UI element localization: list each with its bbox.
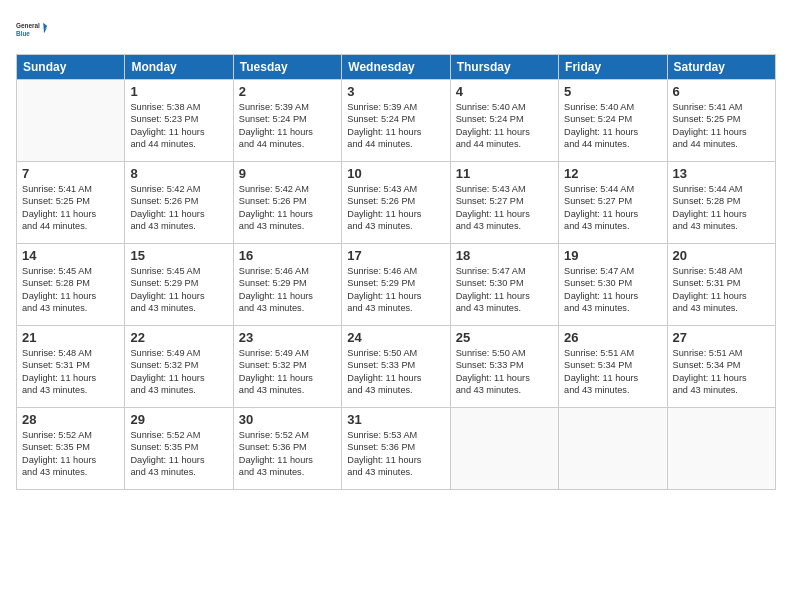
day-number: 28	[22, 412, 119, 427]
calendar-cell: 23Sunrise: 5:49 AM Sunset: 5:32 PM Dayli…	[233, 326, 341, 408]
day-number: 31	[347, 412, 444, 427]
calendar-cell: 28Sunrise: 5:52 AM Sunset: 5:35 PM Dayli…	[17, 408, 125, 490]
col-header-monday: Monday	[125, 55, 233, 80]
calendar-cell: 4Sunrise: 5:40 AM Sunset: 5:24 PM Daylig…	[450, 80, 558, 162]
day-number: 20	[673, 248, 770, 263]
cell-info: Sunrise: 5:47 AM Sunset: 5:30 PM Dayligh…	[456, 265, 553, 315]
cell-info: Sunrise: 5:51 AM Sunset: 5:34 PM Dayligh…	[673, 347, 770, 397]
day-number: 14	[22, 248, 119, 263]
calendar-cell: 13Sunrise: 5:44 AM Sunset: 5:28 PM Dayli…	[667, 162, 775, 244]
day-number: 6	[673, 84, 770, 99]
day-number: 3	[347, 84, 444, 99]
col-header-wednesday: Wednesday	[342, 55, 450, 80]
day-number: 1	[130, 84, 227, 99]
calendar-cell: 14Sunrise: 5:45 AM Sunset: 5:28 PM Dayli…	[17, 244, 125, 326]
cell-info: Sunrise: 5:49 AM Sunset: 5:32 PM Dayligh…	[239, 347, 336, 397]
col-header-sunday: Sunday	[17, 55, 125, 80]
week-row-1: 7Sunrise: 5:41 AM Sunset: 5:25 PM Daylig…	[17, 162, 776, 244]
calendar-cell: 30Sunrise: 5:52 AM Sunset: 5:36 PM Dayli…	[233, 408, 341, 490]
logo-svg: General Blue	[16, 12, 48, 48]
col-header-saturday: Saturday	[667, 55, 775, 80]
day-number: 29	[130, 412, 227, 427]
day-number: 10	[347, 166, 444, 181]
calendar-cell	[667, 408, 775, 490]
cell-info: Sunrise: 5:40 AM Sunset: 5:24 PM Dayligh…	[564, 101, 661, 151]
calendar-cell: 10Sunrise: 5:43 AM Sunset: 5:26 PM Dayli…	[342, 162, 450, 244]
day-number: 26	[564, 330, 661, 345]
calendar-cell: 6Sunrise: 5:41 AM Sunset: 5:25 PM Daylig…	[667, 80, 775, 162]
calendar-cell: 11Sunrise: 5:43 AM Sunset: 5:27 PM Dayli…	[450, 162, 558, 244]
cell-info: Sunrise: 5:42 AM Sunset: 5:26 PM Dayligh…	[130, 183, 227, 233]
calendar-cell: 15Sunrise: 5:45 AM Sunset: 5:29 PM Dayli…	[125, 244, 233, 326]
calendar-cell: 22Sunrise: 5:49 AM Sunset: 5:32 PM Dayli…	[125, 326, 233, 408]
cell-info: Sunrise: 5:38 AM Sunset: 5:23 PM Dayligh…	[130, 101, 227, 151]
cell-info: Sunrise: 5:45 AM Sunset: 5:29 PM Dayligh…	[130, 265, 227, 315]
calendar-cell: 31Sunrise: 5:53 AM Sunset: 5:36 PM Dayli…	[342, 408, 450, 490]
cell-info: Sunrise: 5:52 AM Sunset: 5:35 PM Dayligh…	[22, 429, 119, 479]
cell-info: Sunrise: 5:50 AM Sunset: 5:33 PM Dayligh…	[347, 347, 444, 397]
calendar-cell: 27Sunrise: 5:51 AM Sunset: 5:34 PM Dayli…	[667, 326, 775, 408]
week-row-2: 14Sunrise: 5:45 AM Sunset: 5:28 PM Dayli…	[17, 244, 776, 326]
calendar-cell: 25Sunrise: 5:50 AM Sunset: 5:33 PM Dayli…	[450, 326, 558, 408]
cell-info: Sunrise: 5:47 AM Sunset: 5:30 PM Dayligh…	[564, 265, 661, 315]
calendar-cell: 3Sunrise: 5:39 AM Sunset: 5:24 PM Daylig…	[342, 80, 450, 162]
cell-info: Sunrise: 5:41 AM Sunset: 5:25 PM Dayligh…	[673, 101, 770, 151]
cell-info: Sunrise: 5:48 AM Sunset: 5:31 PM Dayligh…	[22, 347, 119, 397]
page: General Blue SundayMondayTuesdayWednesda…	[0, 0, 792, 612]
col-header-tuesday: Tuesday	[233, 55, 341, 80]
calendar-cell: 8Sunrise: 5:42 AM Sunset: 5:26 PM Daylig…	[125, 162, 233, 244]
logo: General Blue	[16, 12, 48, 48]
cell-info: Sunrise: 5:46 AM Sunset: 5:29 PM Dayligh…	[347, 265, 444, 315]
calendar-cell: 21Sunrise: 5:48 AM Sunset: 5:31 PM Dayli…	[17, 326, 125, 408]
day-number: 21	[22, 330, 119, 345]
day-number: 27	[673, 330, 770, 345]
svg-marker-2	[43, 23, 47, 33]
day-number: 5	[564, 84, 661, 99]
day-number: 7	[22, 166, 119, 181]
day-number: 18	[456, 248, 553, 263]
cell-info: Sunrise: 5:52 AM Sunset: 5:35 PM Dayligh…	[130, 429, 227, 479]
cell-info: Sunrise: 5:40 AM Sunset: 5:24 PM Dayligh…	[456, 101, 553, 151]
cell-info: Sunrise: 5:51 AM Sunset: 5:34 PM Dayligh…	[564, 347, 661, 397]
calendar-cell	[559, 408, 667, 490]
day-number: 15	[130, 248, 227, 263]
col-header-friday: Friday	[559, 55, 667, 80]
day-number: 4	[456, 84, 553, 99]
cell-info: Sunrise: 5:46 AM Sunset: 5:29 PM Dayligh…	[239, 265, 336, 315]
cell-info: Sunrise: 5:44 AM Sunset: 5:27 PM Dayligh…	[564, 183, 661, 233]
cell-info: Sunrise: 5:49 AM Sunset: 5:32 PM Dayligh…	[130, 347, 227, 397]
day-number: 30	[239, 412, 336, 427]
cell-info: Sunrise: 5:48 AM Sunset: 5:31 PM Dayligh…	[673, 265, 770, 315]
cell-info: Sunrise: 5:52 AM Sunset: 5:36 PM Dayligh…	[239, 429, 336, 479]
calendar-cell: 9Sunrise: 5:42 AM Sunset: 5:26 PM Daylig…	[233, 162, 341, 244]
calendar-cell: 20Sunrise: 5:48 AM Sunset: 5:31 PM Dayli…	[667, 244, 775, 326]
cell-info: Sunrise: 5:53 AM Sunset: 5:36 PM Dayligh…	[347, 429, 444, 479]
calendar-cell	[17, 80, 125, 162]
cell-info: Sunrise: 5:43 AM Sunset: 5:27 PM Dayligh…	[456, 183, 553, 233]
calendar-cell: 5Sunrise: 5:40 AM Sunset: 5:24 PM Daylig…	[559, 80, 667, 162]
calendar-cell: 1Sunrise: 5:38 AM Sunset: 5:23 PM Daylig…	[125, 80, 233, 162]
day-number: 8	[130, 166, 227, 181]
calendar-cell: 18Sunrise: 5:47 AM Sunset: 5:30 PM Dayli…	[450, 244, 558, 326]
week-row-0: 1Sunrise: 5:38 AM Sunset: 5:23 PM Daylig…	[17, 80, 776, 162]
cell-info: Sunrise: 5:43 AM Sunset: 5:26 PM Dayligh…	[347, 183, 444, 233]
calendar-cell	[450, 408, 558, 490]
calendar-cell: 16Sunrise: 5:46 AM Sunset: 5:29 PM Dayli…	[233, 244, 341, 326]
day-number: 11	[456, 166, 553, 181]
day-number: 22	[130, 330, 227, 345]
calendar-cell: 17Sunrise: 5:46 AM Sunset: 5:29 PM Dayli…	[342, 244, 450, 326]
cell-info: Sunrise: 5:39 AM Sunset: 5:24 PM Dayligh…	[239, 101, 336, 151]
calendar-cell: 12Sunrise: 5:44 AM Sunset: 5:27 PM Dayli…	[559, 162, 667, 244]
calendar-table: SundayMondayTuesdayWednesdayThursdayFrid…	[16, 54, 776, 490]
svg-text:Blue: Blue	[16, 30, 30, 37]
cell-info: Sunrise: 5:45 AM Sunset: 5:28 PM Dayligh…	[22, 265, 119, 315]
header: General Blue	[16, 12, 776, 48]
day-number: 24	[347, 330, 444, 345]
day-number: 12	[564, 166, 661, 181]
calendar-cell: 7Sunrise: 5:41 AM Sunset: 5:25 PM Daylig…	[17, 162, 125, 244]
cell-info: Sunrise: 5:42 AM Sunset: 5:26 PM Dayligh…	[239, 183, 336, 233]
svg-text:General: General	[16, 22, 40, 29]
calendar-cell: 2Sunrise: 5:39 AM Sunset: 5:24 PM Daylig…	[233, 80, 341, 162]
header-row: SundayMondayTuesdayWednesdayThursdayFrid…	[17, 55, 776, 80]
cell-info: Sunrise: 5:50 AM Sunset: 5:33 PM Dayligh…	[456, 347, 553, 397]
